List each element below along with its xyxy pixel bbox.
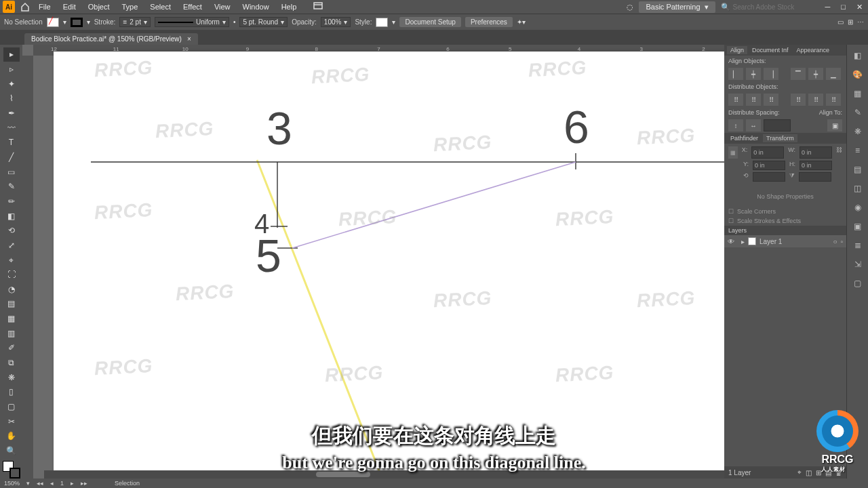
- stroke-swatch[interactable]: [71, 18, 83, 27]
- column-graph-tool[interactable]: ▯: [3, 385, 20, 399]
- selection-tool[interactable]: ▸: [3, 47, 20, 62]
- layer-row[interactable]: 👁 ▸ Layer 1 ○ ▫: [724, 235, 846, 247]
- tab-pathfinder[interactable]: Pathfinder: [727, 134, 762, 142]
- align-right-button[interactable]: ▕: [764, 68, 778, 80]
- document-tab[interactable]: Bodice Block Practice.ai* @ 150% (RGB/Pr…: [24, 33, 198, 45]
- tab-appearance[interactable]: Appearance: [793, 46, 833, 54]
- menu-effect[interactable]: Effect: [177, 3, 208, 11]
- stroke-style-dropdown[interactable]: Uniform▾: [155, 17, 229, 27]
- chevron-down-icon[interactable]: ▾: [392, 18, 395, 26]
- search-learn-icon[interactable]: ◌: [621, 3, 639, 12]
- menu-help[interactable]: Help: [275, 3, 303, 11]
- pen-tool[interactable]: ✒: [3, 106, 20, 121]
- rotate-input[interactable]: [753, 172, 785, 182]
- artboard-prev-icon[interactable]: ◂: [50, 480, 54, 487]
- align-top-button[interactable]: ▔: [791, 68, 806, 80]
- direct-selection-tool[interactable]: ▹: [3, 62, 20, 77]
- dist-right-button[interactable]: ⠿: [826, 94, 841, 106]
- dist-top-button[interactable]: ⠿: [728, 94, 743, 106]
- close-button[interactable]: ✕: [851, 3, 868, 12]
- align-left-button[interactable]: ▏: [728, 68, 743, 80]
- symbol-sprayer-tool[interactable]: ❋: [3, 370, 20, 384]
- line-tool[interactable]: ╱: [3, 150, 20, 165]
- properties-panel-icon[interactable]: ◧: [851, 49, 865, 62]
- chevron-down-icon[interactable]: ▾: [26, 480, 30, 487]
- zoom-tool[interactable]: 🔍: [3, 444, 20, 458]
- dist-space-v-button[interactable]: ↕: [728, 119, 743, 131]
- blend-tool[interactable]: ⧉: [3, 356, 20, 370]
- delete-layer-icon[interactable]: 🗑: [835, 469, 842, 476]
- disclosure-icon[interactable]: ▸: [741, 238, 745, 245]
- h-input[interactable]: [800, 161, 832, 170]
- curvature-tool[interactable]: 〰: [3, 121, 20, 135]
- menu-view[interactable]: View: [208, 3, 237, 11]
- lasso-tool[interactable]: ⌇: [3, 92, 20, 106]
- artboard-next-icon[interactable]: ▸: [71, 480, 74, 487]
- pencil-tool[interactable]: ✏: [3, 195, 20, 209]
- swatches-panel-icon[interactable]: ▦: [851, 87, 865, 100]
- tab-transform[interactable]: Transform: [763, 134, 797, 142]
- transparency-panel-icon[interactable]: ◫: [851, 182, 865, 195]
- dist-left-button[interactable]: ⠿: [791, 94, 806, 106]
- zoom-level[interactable]: 150%: [4, 480, 20, 487]
- brushes-panel-icon[interactable]: ✎: [851, 106, 865, 119]
- graphic-style-swatch[interactable]: [376, 18, 388, 27]
- chevron-down-icon[interactable]: ▾: [87, 18, 90, 26]
- gradient-panel-icon[interactable]: ▤: [851, 163, 865, 176]
- dist-bottom-button[interactable]: ⠿: [764, 94, 778, 106]
- artboard-next-icon[interactable]: ▸▸: [81, 480, 87, 487]
- panel-toggle-icon[interactable]: ⊞: [848, 18, 853, 26]
- artboard-number[interactable]: 1: [60, 480, 64, 487]
- stroke-panel-icon[interactable]: ≡: [851, 144, 865, 157]
- checkbox[interactable]: ☐: [728, 218, 734, 224]
- workspace-switcher[interactable]: Basic Patterning▾: [639, 1, 715, 13]
- stroke-color-swatch[interactable]: [9, 468, 20, 479]
- canvas[interactable]: 3 6 4 5 RRCG RRCG RRCG RRCG RRCG RRCG RR…: [33, 56, 724, 479]
- eraser-tool[interactable]: ◧: [3, 209, 20, 223]
- panel-toggle-icon[interactable]: ▭: [837, 18, 844, 26]
- align-hcenter-button[interactable]: ┿: [746, 68, 761, 80]
- align-vcenter-button[interactable]: ┿: [808, 68, 823, 80]
- shape-builder-tool[interactable]: ◔: [3, 283, 20, 297]
- new-layer-icon[interactable]: ▤: [825, 469, 831, 476]
- layers-panel-header[interactable]: Layers: [724, 226, 846, 235]
- layer-name[interactable]: Layer 1: [760, 238, 782, 245]
- visibility-icon[interactable]: 👁: [728, 238, 734, 245]
- opacity-input[interactable]: 100%▾: [321, 17, 351, 27]
- locate-layer-icon[interactable]: ⌖: [797, 468, 802, 476]
- color-panel-icon[interactable]: 🎨: [851, 68, 865, 81]
- artboards-panel-icon[interactable]: ▢: [851, 277, 865, 290]
- dist-vcenter-button[interactable]: ⠿: [746, 94, 761, 106]
- slice-tool[interactable]: ✂: [3, 414, 20, 428]
- asset-export-panel-icon[interactable]: ⇲: [851, 258, 865, 271]
- minimize-button[interactable]: ─: [820, 3, 836, 11]
- menu-type[interactable]: Type: [116, 3, 144, 11]
- new-sublayer-icon[interactable]: ⊞: [816, 469, 821, 476]
- perspective-tool[interactable]: ▤: [3, 297, 20, 311]
- document-setup-button[interactable]: Document Setup: [399, 17, 461, 27]
- stock-search-input[interactable]: [733, 3, 814, 11]
- rotate-tool[interactable]: ⟲: [3, 224, 20, 238]
- home-button[interactable]: [18, 1, 33, 12]
- layers-panel-icon[interactable]: ≣: [851, 239, 865, 252]
- dist-space-h-button[interactable]: ↔: [746, 119, 761, 131]
- fill-stroke-control[interactable]: [3, 461, 20, 479]
- horizontal-scrollbar[interactable]: [44, 470, 724, 479]
- eyedropper-tool[interactable]: ✐: [3, 341, 20, 355]
- stroke-weight-input[interactable]: ≡2 pt▾: [119, 17, 151, 27]
- menu-edit[interactable]: Edit: [57, 3, 82, 11]
- dist-spacing-input[interactable]: [764, 119, 791, 131]
- rectangle-tool[interactable]: ▭: [3, 165, 20, 179]
- dist-hcenter-button[interactable]: ⠿: [808, 94, 823, 106]
- stroke-profile-dropdown[interactable]: 5 pt. Round▾: [239, 17, 288, 27]
- align-to-button[interactable]: ▣: [827, 119, 842, 131]
- y-input[interactable]: [753, 161, 785, 170]
- w-input[interactable]: [800, 146, 832, 159]
- scrollbar-thumb[interactable]: [316, 472, 370, 477]
- maximize-button[interactable]: □: [835, 3, 851, 11]
- arrange-docs-button[interactable]: [313, 1, 323, 12]
- tab-align[interactable]: Align: [727, 46, 747, 54]
- close-tab-icon[interactable]: ×: [187, 35, 191, 43]
- tab-document-info[interactable]: Document Inf: [749, 46, 792, 54]
- make-clipping-icon[interactable]: ◫: [806, 469, 812, 476]
